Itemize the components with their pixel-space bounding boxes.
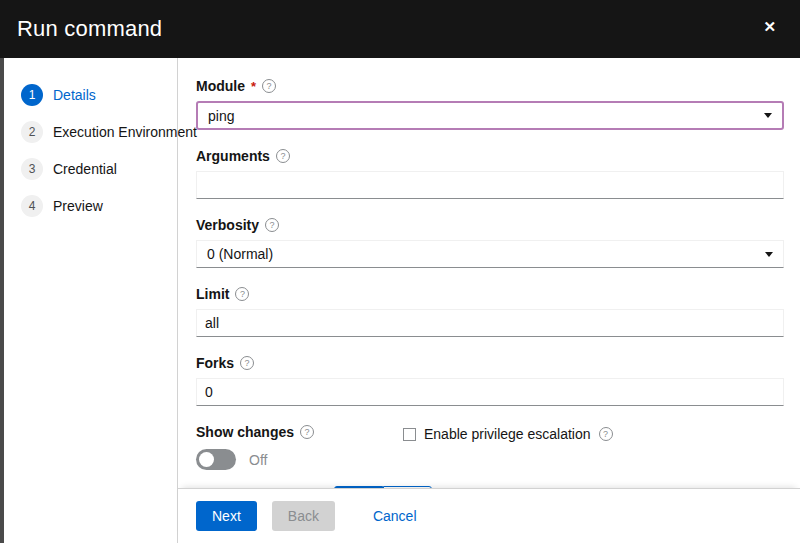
chevron-down-icon (765, 252, 773, 257)
forks-input[interactable] (196, 378, 784, 406)
show-changes-toggle[interactable] (196, 449, 236, 470)
required-asterisk: * (251, 79, 256, 94)
next-button[interactable]: Next (196, 501, 257, 531)
details-step-panel: Module * ? ping Arguments ? (178, 58, 800, 543)
modal-title: Run command (17, 16, 162, 42)
privilege-escalation-group: Enable privilege escalation ? (403, 426, 613, 442)
show-changes-row: Show changes ? Off Enable privilege esc (196, 424, 784, 470)
verbosity-label: Verbosity (196, 217, 259, 233)
step-number-badge: 3 (21, 158, 43, 180)
chevron-down-icon (764, 113, 772, 118)
verbosity-field-group: Verbosity ? 0 (Normal) (196, 217, 784, 268)
wizard-step-credential[interactable]: 3 Credential (21, 158, 167, 180)
forks-field-group: Forks ? (196, 355, 784, 406)
step-number-badge: 4 (21, 195, 43, 217)
help-icon[interactable]: ? (265, 218, 279, 232)
help-icon[interactable]: ? (262, 79, 276, 93)
help-icon[interactable]: ? (235, 287, 249, 301)
wizard-step-preview[interactable]: 4 Preview (21, 195, 167, 217)
arguments-label: Arguments (196, 148, 270, 164)
verbosity-select-value: 0 (Normal) (207, 246, 273, 262)
step-label: Details (53, 87, 96, 103)
arguments-field-group: Arguments ? (196, 148, 784, 199)
step-label: Preview (53, 198, 103, 214)
privilege-escalation-label: Enable privilege escalation (424, 426, 591, 442)
arguments-input[interactable] (196, 171, 784, 199)
run-command-modal: Run command ✕ 1 Details 2 Execution Envi… (0, 0, 800, 543)
help-icon[interactable]: ? (240, 356, 254, 370)
form-scroll-area: Module * ? ping Arguments ? (178, 58, 800, 488)
help-icon[interactable]: ? (300, 425, 314, 439)
step-label: Credential (53, 161, 117, 177)
cancel-button[interactable]: Cancel (359, 501, 431, 531)
help-icon[interactable]: ? (599, 427, 613, 441)
modal-footer: Next Back Cancel (178, 488, 800, 543)
show-changes-label: Show changes (196, 424, 294, 440)
limit-input[interactable] (196, 309, 784, 337)
step-number-badge: 2 (21, 121, 43, 143)
toggle-knob (199, 452, 214, 467)
close-icon[interactable]: ✕ (759, 15, 780, 38)
wizard-step-details[interactable]: 1 Details (21, 84, 167, 106)
forks-label: Forks (196, 355, 234, 371)
module-field-group: Module * ? ping (196, 78, 784, 130)
step-label: Execution Environment (53, 124, 197, 140)
back-button[interactable]: Back (272, 501, 335, 531)
wizard-nav: 1 Details 2 Execution Environment 3 Cred… (4, 58, 178, 543)
toggle-state-label: Off (249, 452, 267, 468)
privilege-escalation-checkbox[interactable] (403, 428, 416, 441)
verbosity-select[interactable]: 0 (Normal) (196, 240, 784, 268)
module-select[interactable]: ping (196, 101, 784, 130)
module-label: Module (196, 78, 245, 94)
module-select-value: ping (208, 108, 234, 124)
help-icon[interactable]: ? (276, 149, 290, 163)
wizard-step-execution-environment[interactable]: 2 Execution Environment (21, 121, 167, 143)
show-changes-group: Show changes ? Off (196, 424, 403, 470)
step-number-badge: 1 (21, 84, 43, 106)
limit-label: Limit (196, 286, 229, 302)
modal-header: Run command ✕ (0, 0, 800, 58)
limit-field-group: Limit ? (196, 286, 784, 337)
